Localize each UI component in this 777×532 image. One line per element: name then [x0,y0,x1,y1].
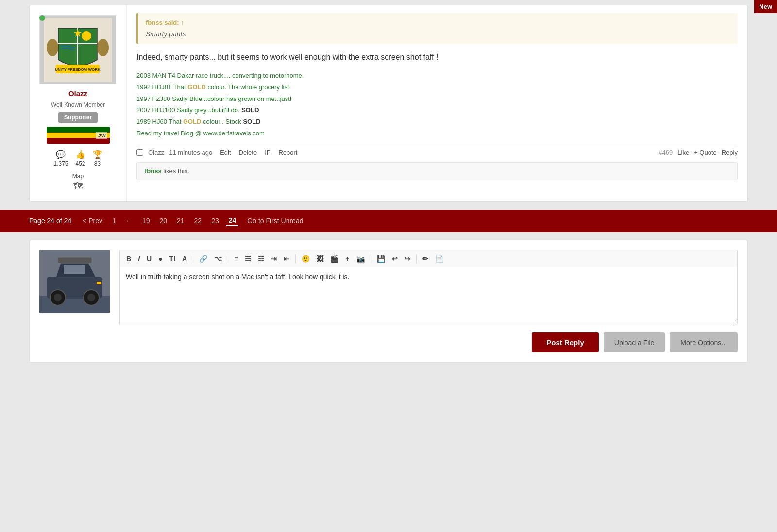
svg-point-16 [87,294,95,301]
user-stats: 💬 1,375 👍 452 🏆 83 [53,150,102,167]
media-button[interactable]: 🎬 [328,253,341,264]
align-button[interactable]: ≡ [232,253,240,264]
quote-text: Smarty pants [146,30,730,38]
toolbar-divider-2 [228,254,228,263]
avatar: UNITY FREEDOM WORK [39,15,116,84]
post-select-checkbox[interactable] [136,149,143,156]
svg-rect-18 [97,282,101,284]
sig-line-2: 1992 HDJ81 That GOLD colour. The whole g… [136,83,738,93]
delete-link[interactable]: Delete [239,149,257,156]
page-20[interactable]: 20 [157,216,169,226]
plus-button[interactable]: + [343,253,352,264]
messages-value: 1,375 [53,160,68,167]
reply-action[interactable]: Reply [722,149,738,156]
page-19[interactable]: 19 [140,216,152,226]
page-23[interactable]: 23 [209,216,221,226]
sig-line-5-prefix: 1989 HJ60 That [136,118,183,125]
post-time: 11 minutes ago [169,149,212,156]
underline-button[interactable]: U [144,253,154,264]
image-button[interactable]: 🖼 [314,253,326,264]
sig-line-3-prefix: 1997 FZJ80 [136,95,172,102]
toolbar-divider-1 [193,254,193,263]
quote-action[interactable]: + Quote [694,149,717,156]
ti-button[interactable]: TI [167,253,178,264]
reply-editor: B I U ● TI A 🔗 ⌥ ≡ ☰ ☷ ⇥ ⇤ 🙂 🖼 🎬 + [119,250,738,352]
online-indicator [39,15,45,21]
sig-blog-link[interactable]: Read my travel Blog @ www.derfstravels.c… [136,129,738,139]
ip-link[interactable]: IP [265,149,270,156]
editor-footer: Post Reply Upload a File More Options... [119,332,738,352]
go-to-first-unread[interactable]: Go to First Unread [247,217,303,225]
save-button[interactable]: 💾 [374,253,388,264]
bullet-button[interactable]: ● [156,253,165,264]
likes-stat: 👍 452 [76,150,85,167]
page-1[interactable]: 1 [110,216,118,226]
toolbar-divider-4 [371,254,371,263]
camera-button[interactable]: 📷 [354,253,367,264]
svg-point-6 [97,39,109,56]
reply-textarea[interactable]: Well in truth taking a screen shot on a … [119,267,738,325]
post-reply-button[interactable]: Post Reply [532,332,599,352]
map-label: Map [72,173,84,180]
sig-line-3: 1997 FZJ80 Sadly Blue...colour has grown… [136,94,738,104]
redo-button[interactable]: ↪ [402,253,413,264]
link-button[interactable]: 🔗 [197,253,210,264]
emoji-button[interactable]: 🙂 [299,253,312,264]
like-action[interactable]: Like [677,149,689,156]
sig-line-5-sold: SOLD [243,118,260,125]
indent-button[interactable]: ⇥ [269,253,279,264]
post-author: Olazz [148,149,164,156]
sig-line-5-suffix: colour . Stock [201,118,243,125]
page-22[interactable]: 22 [192,216,204,226]
sig-line-5: 1989 HJ60 That GOLD colour . Stock SOLD [136,117,738,127]
editor-toolbar: B I U ● TI A 🔗 ⌥ ≡ ☰ ☷ ⇥ ⇤ 🙂 🖼 🎬 + [119,250,738,267]
liker-username[interactable]: fbnss [145,167,162,175]
blog-url[interactable]: Read my travel Blog @ www.derfstravels.c… [136,130,265,137]
map-item[interactable]: Map 🗺 [72,173,84,192]
post-sidebar: UNITY FREEDOM WORK Olazz Well-Known Memb… [30,5,127,201]
svg-point-14 [54,294,62,301]
page-24-current[interactable]: 24 [226,216,239,226]
pen-button[interactable]: ✏ [420,253,431,264]
quote-block: fbnss said: ↑ Smarty pants [136,13,738,44]
post-signature: 2003 MAN T4 Dakar race truck.... convert… [136,71,738,139]
prev-page[interactable]: < Prev [80,216,105,226]
svg-point-3 [82,31,91,41]
outdent-button[interactable]: ⇤ [281,253,292,264]
bold-button[interactable]: B [124,253,134,264]
font-button[interactable]: A [180,253,189,264]
sig-line-4-sold: SOLD [240,106,259,114]
edit-link[interactable]: Edit [220,149,231,156]
likes-icon: 👍 [76,150,85,159]
reply-editor-card: B I U ● TI A 🔗 ⌥ ≡ ☰ ☷ ⇥ ⇤ 🙂 🖼 🎬 + [29,240,748,363]
page-21[interactable]: 21 [174,216,187,226]
sig-gold-1: GOLD [187,83,206,91]
sig-line-4: 2007 HDJ100 Sadly grey...but it'll do. S… [136,105,738,116]
undo-button[interactable]: ↩ [389,253,400,264]
sig-gold-2: GOLD [183,118,202,125]
ol-button[interactable]: ☷ [255,253,267,264]
map-icon: 🗺 [73,181,83,192]
post-user-title: Well-Known Member [51,101,105,108]
sig-line-2-suffix: colour. The whole grocery list [206,83,289,91]
more-options-button[interactable]: More Options... [670,332,738,352]
upload-file-button[interactable]: Upload a File [604,332,665,352]
quote-header[interactable]: fbnss said: ↑ [146,19,730,26]
report-link[interactable]: Report [278,149,297,156]
trophy-value: 83 [94,160,101,167]
svg-point-5 [47,39,58,56]
italic-button[interactable]: I [135,253,142,264]
svg-rect-17 [64,265,85,274]
messages-stat: 💬 1,375 [53,150,68,167]
new-badge[interactable]: New [754,0,777,13]
post-footer-right: #469 Like + Quote Reply [659,149,738,156]
code-button[interactable]: ⌥ [212,253,224,264]
reply-user-avatar [39,250,110,313]
post-username[interactable]: Olazz [68,89,87,98]
svg-rect-12 [58,257,92,263]
doc-button[interactable]: 📄 [433,253,446,264]
pagination-bar: Page 24 of 24 < Prev 1 ← 19 20 21 22 23 … [0,210,777,232]
ul-button[interactable]: ☰ [242,253,253,264]
sig-line-4-prefix: 2007 HDJ100 [136,106,177,114]
likes-bar: fbnss likes this. [136,162,738,180]
